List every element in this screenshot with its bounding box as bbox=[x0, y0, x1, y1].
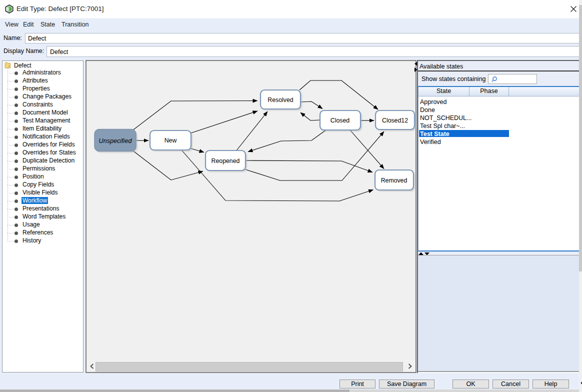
svg-text:Reopened: Reopened bbox=[212, 158, 240, 164]
svg-text:Removed: Removed bbox=[381, 177, 408, 184]
svg-text:Resolved: Resolved bbox=[268, 96, 293, 104]
svg-text:Closed: Closed bbox=[330, 117, 350, 124]
svg-text:Closed12: Closed12 bbox=[382, 117, 408, 124]
svg-text:New: New bbox=[164, 137, 177, 144]
svg-text:Unspecified: Unspecified bbox=[99, 138, 132, 144]
